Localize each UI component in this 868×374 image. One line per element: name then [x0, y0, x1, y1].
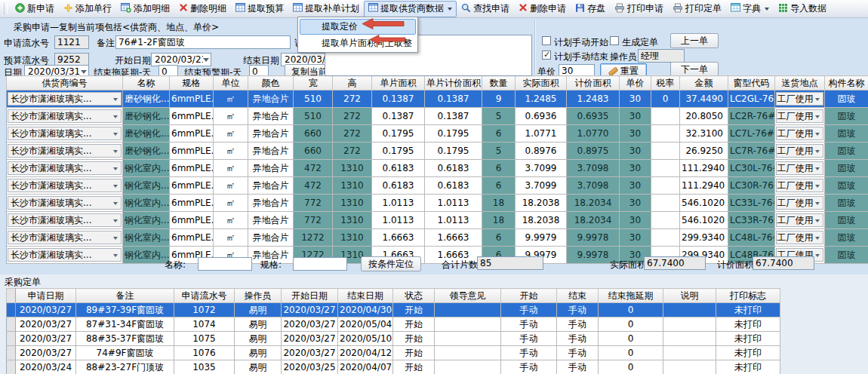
column-header[interactable]: 高	[333, 76, 372, 90]
search-request-button[interactable]: 查找申请	[457, 1, 514, 17]
cell-combo[interactable]: 工厂使用	[775, 212, 825, 229]
column-header[interactable]: 结束拖延期	[599, 289, 663, 303]
cell-dropdown[interactable]: 长沙市潇湘玻璃实...	[8, 144, 122, 158]
cell-dropdown[interactable]: 工厂使用	[776, 213, 823, 227]
pricing-area-field[interactable]	[753, 256, 814, 270]
table-row[interactable]: 2020/03/2788#35-37F窗固玻1075易明2020/03/2720…	[7, 332, 780, 346]
table-row[interactable]: 2020/03/2787#31-34F窗固玻1074易明2020/03/2720…	[7, 317, 780, 332]
dictionary-button[interactable]: 字典	[726, 1, 774, 17]
table-row[interactable]: 2020/03/2789#37-39F窗固玻1072易明2020/03/2720…	[7, 303, 780, 317]
cell-dropdown[interactable]: 工厂使用	[776, 161, 823, 175]
column-header[interactable]: 说明	[663, 289, 716, 303]
cell-dropdown[interactable]: 长沙市潇湘玻璃实...	[8, 196, 122, 210]
extract-supplement-plan-button[interactable]: 提取补单计划	[288, 1, 364, 17]
extract-budget-button[interactable]: 提取预算	[231, 1, 288, 17]
cell-combo[interactable]: 长沙市潇湘玻璃实...	[7, 143, 123, 160]
column-header[interactable]: 结束日期	[338, 289, 393, 303]
table-row[interactable]: 长沙市潇湘玻璃实...磨砂钢化...6mmPLE...㎡异地合片6602720.…	[7, 143, 868, 160]
locate-by-condition-button[interactable]: 按条件定位	[361, 256, 421, 271]
cell-combo[interactable]: 长沙市潇湘玻璃实...	[7, 247, 123, 264]
actual-area-field[interactable]	[644, 256, 706, 270]
cell-combo[interactable]: 长沙市潇湘玻璃实...	[7, 160, 123, 177]
cell-combo[interactable]: 工厂使用	[775, 229, 825, 247]
extract-supplier-data-button[interactable]: 提取供货商数据	[364, 1, 457, 17]
table-row[interactable]: 长沙市潇湘玻璃实...磨砂钢化...6mmPLE...㎡异地合片5102720.…	[7, 90, 868, 108]
cell-combo[interactable]: 长沙市潇湘玻璃实...	[7, 90, 123, 108]
apply-no-field[interactable]	[54, 35, 89, 49]
cell-combo[interactable]: 工厂使用	[775, 143, 825, 160]
column-header[interactable]: 单片面积	[372, 76, 425, 90]
new-request-button[interactable]: 新申请	[11, 1, 59, 17]
table-row[interactable]: 长沙市潇湘玻璃实...磨砂钢化...6mmPLE...㎡异地合片5102720.…	[7, 108, 868, 125]
column-header[interactable]: 金额	[680, 76, 728, 90]
cell-dropdown[interactable]: 工厂使用	[776, 109, 823, 123]
cell-dropdown[interactable]: 长沙市潇湘玻璃实...	[8, 161, 122, 175]
detail-table[interactable]: 供货商编号名称规格单位颜色宽高单片面积单片计价面积数量实际面积计价面积单价税率金…	[6, 75, 868, 264]
column-header[interactable]: 单片计价面积	[425, 76, 482, 90]
column-header[interactable]: 操作员	[235, 289, 282, 303]
filter-name-input[interactable]	[198, 257, 252, 271]
cell-combo[interactable]: 长沙市潇湘玻璃实...	[7, 212, 123, 229]
column-header[interactable]: 数量	[482, 76, 516, 90]
cell-dropdown[interactable]: 长沙市潇湘玻璃实...	[8, 231, 122, 244]
cell-dropdown[interactable]: 工厂使用	[776, 231, 823, 244]
table-row[interactable]: 长沙市潇湘玻璃实...钢化室内...6mmPLE...㎡异地合片47213100…	[7, 160, 868, 177]
import-data-button[interactable]: 导入数据	[774, 1, 831, 17]
print-order-button[interactable]: 打印定单	[668, 1, 726, 17]
orders-table[interactable]: 申请日期备注申请流水号操作员开始日期结束日期状态领导意见开始结束结束拖延期说明打…	[6, 288, 780, 374]
table-row[interactable]: 长沙市潇湘玻璃实...钢化室内...6mmPLE...㎡异地合片12721310…	[7, 229, 868, 247]
column-header[interactable]: 开始	[501, 289, 557, 303]
cell-combo[interactable]: 长沙市潇湘玻璃实...	[7, 229, 123, 247]
cell-dropdown[interactable]: 长沙市潇湘玻璃实...	[8, 179, 122, 192]
cell-combo[interactable]: 长沙市潇湘玻璃实...	[7, 195, 123, 212]
cell-dropdown[interactable]: 长沙市潇湘玻璃实...	[8, 127, 122, 140]
cell-combo[interactable]: 长沙市潇湘玻璃实...	[7, 108, 123, 125]
column-header[interactable]: 税率	[651, 76, 680, 90]
cell-dropdown[interactable]: 工厂使用	[776, 144, 823, 158]
cell-dropdown[interactable]: 工厂使用	[776, 127, 823, 140]
column-header[interactable]: 开始日期	[282, 289, 338, 303]
table-row[interactable]: 长沙市潇湘玻璃实...钢化室内...6mmPLE...㎡异地合片77213101…	[7, 212, 868, 229]
manual-start-checkbox[interactable]	[542, 36, 551, 45]
add-detail-button[interactable]: 添加明细	[116, 1, 174, 17]
table-row[interactable]: 2020/03/2488#23-27F门顶玻1035易明2020/03/2520…	[7, 360, 780, 374]
cell-combo[interactable]: 长沙市潇湘玻璃实...	[7, 177, 123, 195]
column-header[interactable]: 领导意见	[435, 289, 501, 303]
column-header[interactable]: 申请日期	[16, 289, 76, 303]
column-header[interactable]: 单价	[620, 76, 651, 90]
column-header[interactable]: 计价面积	[567, 76, 620, 90]
column-header[interactable]: 颜色	[248, 76, 294, 90]
delete-request-button[interactable]: 删除申请	[514, 1, 571, 17]
table-row[interactable]: 长沙市潇湘玻璃实...钢化室内...6mmPLE...㎡异地合片77213101…	[7, 195, 868, 212]
total-pieces-field[interactable]	[477, 256, 543, 270]
column-header[interactable]: 状态	[393, 289, 435, 303]
print-request-button[interactable]: 打印申请	[610, 1, 668, 17]
cell-dropdown[interactable]: 长沙市潇湘玻璃实...	[8, 92, 122, 106]
cell-combo[interactable]: 工厂使用	[775, 177, 825, 195]
cell-combo[interactable]: 工厂使用	[775, 108, 825, 125]
remark-field[interactable]	[115, 35, 291, 49]
column-header[interactable]: 供货商编号	[7, 76, 123, 90]
manual-end-checkbox[interactable]	[542, 51, 551, 60]
next-order-button[interactable]: 下一单	[670, 62, 719, 77]
cell-dropdown[interactable]: 工厂使用	[776, 92, 823, 106]
column-header[interactable]: 打印标志	[716, 289, 780, 303]
previous-order-button[interactable]: 上一单	[670, 33, 719, 48]
cell-combo[interactable]: 工厂使用	[775, 160, 825, 177]
column-header[interactable]: 备注	[76, 289, 174, 303]
save-button[interactable]: 存盘	[571, 1, 610, 17]
column-header[interactable]: 名称	[123, 76, 170, 90]
column-header[interactable]: 实际面积	[516, 76, 567, 90]
column-header[interactable]: 申请流水号	[174, 289, 235, 303]
generate-order-checkbox[interactable]	[610, 36, 619, 45]
column-header[interactable]: 结束	[557, 289, 599, 303]
column-header[interactable]: 宽	[294, 76, 333, 90]
cell-dropdown[interactable]: 长沙市潇湘玻璃实...	[8, 109, 122, 123]
cell-dropdown[interactable]: 工厂使用	[776, 196, 823, 210]
delete-detail-button[interactable]: 删除明细	[174, 1, 231, 17]
cell-combo[interactable]: 长沙市潇湘玻璃实...	[7, 125, 123, 143]
table-row[interactable]: 2020/03/2774#9F窗固玻1076易明2020/03/272020/0…	[7, 346, 780, 360]
column-header[interactable]: 单位	[214, 76, 248, 90]
column-header[interactable]: 送货地点	[775, 76, 825, 90]
column-header[interactable]: 规格	[170, 76, 214, 90]
